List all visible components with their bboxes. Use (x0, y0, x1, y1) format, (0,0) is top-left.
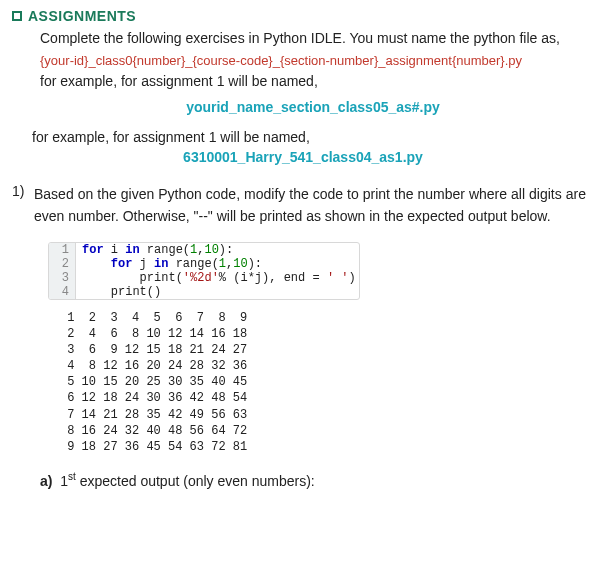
section-title: ASSIGNMENTS (28, 8, 136, 24)
question-text: Based on the given Python code, modify t… (34, 183, 594, 228)
question-1: 1) Based on the given Python code, modif… (12, 183, 594, 228)
line-number: 3 (49, 271, 76, 285)
sub-question-label: a) (40, 473, 52, 489)
intro-line2: for example, for assignment 1 will be na… (40, 71, 586, 93)
example-filename-2: 6310001_Harry_541_class04_as1.py (12, 149, 594, 165)
section-header: ASSIGNMENTS (12, 8, 594, 24)
sub-question-a: a) 1st expected output (only even number… (40, 471, 594, 489)
code-line: for j in range(1,10): (76, 257, 268, 271)
ordinal-num: 1 (60, 473, 68, 489)
sub-question-text: expected output (only even numbers): (76, 473, 315, 489)
code-block: 1for i in range(1,10):2 for j in range(1… (48, 242, 360, 300)
code-row: 3 print('%2d'% (i*j), end = ' ') (49, 271, 359, 285)
code-row: 4 print() (49, 285, 359, 299)
output-block: 1 2 3 4 5 6 7 8 9 2 4 6 8 10 12 14 16 18… (60, 310, 594, 456)
line-number: 4 (49, 285, 76, 299)
bullet-square-icon (12, 11, 22, 21)
intro-line1: Complete the following exercises in Pyth… (40, 30, 560, 46)
filename-pattern: {your-id}_class0{number}_{course-code}_{… (40, 53, 522, 68)
example-filename-1: yourid_name_section_class05_as#.py (40, 97, 586, 119)
line-number: 1 (49, 243, 76, 257)
code-line: print() (76, 285, 167, 299)
code-line: print('%2d'% (i*j), end = ' ') (76, 271, 360, 285)
line-number: 2 (49, 257, 76, 271)
code-row: 2 for j in range(1,10): (49, 257, 359, 271)
question-number: 1) (12, 183, 34, 199)
intro-block: Complete the following exercises in Pyth… (40, 28, 586, 119)
ordinal-suffix: st (68, 471, 76, 482)
code-row: 1for i in range(1,10): (49, 243, 359, 257)
code-line: for i in range(1,10): (76, 243, 239, 257)
intro-line3: for example, for assignment 1 will be na… (32, 129, 594, 145)
